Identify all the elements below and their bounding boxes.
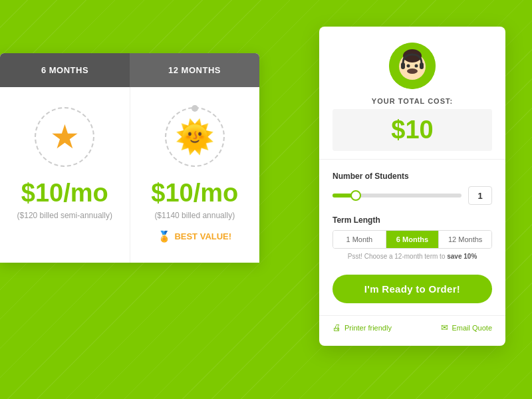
col-12mo-label: 12 MONTHS	[168, 65, 221, 75]
sun-circle: 🌞	[165, 107, 225, 167]
total-price-box: $10	[332, 109, 492, 151]
slider-value[interactable]: 1	[468, 186, 492, 205]
slider-track[interactable]	[332, 194, 462, 198]
email-label: Email Quote	[452, 324, 492, 332]
price-sub-6mo: ($120 billed semi-annually)	[10, 211, 120, 220]
term-buttons: 1 Month 6 Months 12 Months	[332, 230, 492, 249]
term-btn-12mo[interactable]: 12 Months	[439, 231, 491, 248]
total-price: $10	[339, 116, 485, 144]
total-cost-label: YOUR TOTAL COST:	[319, 97, 505, 105]
printer-icon: 🖨	[332, 323, 341, 332]
order-panel: YOUR TOTAL COST: $10 Number of Students …	[319, 27, 505, 346]
email-quote-link[interactable]: ✉ Email Quote	[441, 323, 492, 332]
sun-dot	[192, 105, 198, 112]
email-icon: ✉	[441, 323, 448, 332]
promo-text: Psst! Choose a 12-month term to save 10%	[332, 253, 492, 260]
price-sub-12mo: ($1140 billed annually)	[140, 211, 250, 220]
svg-point-3	[407, 65, 410, 68]
best-value-text: BEST VALUE!	[174, 231, 231, 241]
col-body-12mo: 🌞 $10/mo ($1140 billed annually) 🏅 BEST …	[130, 87, 260, 263]
promo-prefix: Psst! Choose a 12-month term to	[348, 253, 446, 260]
svg-point-5	[407, 68, 418, 74]
star-circle: ★	[35, 107, 94, 167]
svg-rect-6	[401, 63, 405, 69]
term-btn-6mo[interactable]: 6 Months	[386, 231, 440, 248]
agent-avatar-svg	[389, 43, 436, 89]
star-icon: ★	[50, 120, 80, 154]
panel-avatar	[319, 27, 505, 89]
printer-friendly-link[interactable]: 🖨 Printer friendly	[332, 323, 392, 332]
term-label: Term Length	[332, 215, 492, 225]
col-header-12mo: 12 MONTHS	[130, 53, 259, 87]
students-section: Number of Students 1	[319, 166, 505, 210]
pricing-table-body: ★ $10/mo ($120 billed semi-annually) 🌞 $…	[0, 87, 259, 263]
svg-point-4	[415, 65, 418, 68]
students-label: Number of Students	[332, 172, 492, 181]
best-value-star-icon: 🏅	[158, 230, 171, 243]
panel-footer: 🖨 Printer friendly ✉ Email Quote	[319, 315, 505, 332]
order-btn-wrap: I'm Ready to Order!	[319, 265, 505, 310]
price-6mo: $10/mo	[10, 179, 120, 207]
pricing-table-header: 6 MONTHS 12 MONTHS	[0, 53, 259, 87]
col-body-6mo: ★ $10/mo ($120 billed semi-annually)	[0, 87, 130, 263]
col-6mo-label: 6 MONTHS	[41, 65, 88, 75]
slider-row[interactable]: 1	[332, 186, 492, 205]
col-header-6mo: 6 MONTHS	[0, 53, 130, 87]
term-btn-1mo[interactable]: 1 Month	[333, 231, 386, 248]
best-value-badge: 🏅 BEST VALUE!	[158, 230, 231, 243]
price-12mo: $10/mo	[140, 179, 250, 207]
promo-highlight: save 10%	[447, 253, 477, 260]
panel-divider	[319, 159, 505, 160]
svg-rect-7	[420, 63, 424, 69]
term-section: Term Length 1 Month 6 Months 12 Months P…	[319, 210, 505, 265]
order-button[interactable]: I'm Ready to Order!	[332, 275, 492, 303]
pricing-table: 6 MONTHS 12 MONTHS ★ $10/mo ($120 billed…	[0, 53, 259, 263]
sun-icon: 🌞	[175, 121, 215, 153]
printer-label: Printer friendly	[344, 324, 392, 332]
slider-thumb[interactable]	[350, 190, 361, 201]
avatar-circle	[389, 43, 436, 89]
